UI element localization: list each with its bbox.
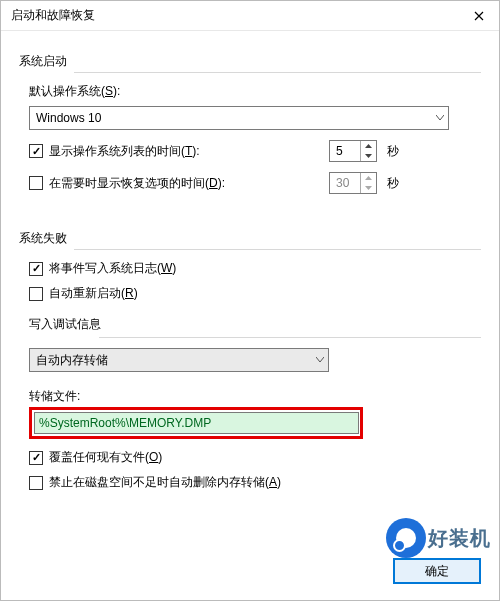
window-title: 启动和故障恢复 (11, 7, 95, 24)
auto-restart-checkbox[interactable] (29, 287, 43, 301)
show-recovery-spinner: 30 (329, 172, 377, 194)
write-event-checkbox[interactable] (29, 262, 43, 276)
write-event-label: 将事件写入系统日志(W) (49, 260, 176, 277)
show-os-list-value: 5 (330, 141, 360, 161)
watermark-text: 好装机 (428, 525, 491, 552)
overwrite-label: 覆盖任何现有文件(O) (49, 449, 162, 466)
watermark-logo-icon (386, 518, 426, 558)
debug-info-header: 写入调试信息 (29, 316, 481, 333)
dump-type-value: 自动内存转储 (36, 352, 108, 369)
spinner-up-icon[interactable] (361, 141, 376, 151)
show-recovery-label: 在需要时显示恢复选项的时间(D): (49, 175, 225, 192)
default-os-select[interactable]: Windows 10 (29, 106, 449, 130)
close-icon (474, 11, 484, 21)
show-recovery-checkbox[interactable] (29, 176, 43, 190)
system-failure-header: 系统失败 (19, 230, 481, 247)
default-os-label: 默认操作系统(S): (29, 83, 481, 100)
dump-file-value: %SystemRoot%\MEMORY.DMP (39, 416, 211, 430)
chevron-down-icon (316, 357, 324, 363)
disable-delete-checkbox[interactable] (29, 476, 43, 490)
default-os-value: Windows 10 (36, 111, 101, 125)
disable-delete-label: 禁止在磁盘空间不足时自动删除内存转储(A) (49, 474, 281, 491)
spinner-down-icon[interactable] (361, 151, 376, 161)
spinner-up-icon (361, 173, 376, 183)
show-os-list-label: 显示操作系统列表的时间(T): (49, 143, 200, 160)
system-startup-header: 系统启动 (19, 53, 481, 70)
watermark: 好装机 (386, 518, 491, 558)
dump-type-select[interactable]: 自动内存转储 (29, 348, 329, 372)
ok-button[interactable]: 确定 (393, 558, 481, 584)
chevron-down-icon (436, 115, 444, 121)
auto-restart-label: 自动重新启动(R) (49, 285, 138, 302)
seconds-unit: 秒 (387, 175, 399, 192)
overwrite-checkbox[interactable] (29, 451, 43, 465)
dump-file-label: 转储文件: (29, 388, 481, 405)
show-os-list-spinner[interactable]: 5 (329, 140, 377, 162)
dump-file-highlight: %SystemRoot%\MEMORY.DMP (29, 407, 363, 439)
show-os-list-checkbox[interactable] (29, 144, 43, 158)
close-button[interactable] (459, 1, 499, 31)
spinner-down-icon (361, 183, 376, 193)
seconds-unit: 秒 (387, 143, 399, 160)
ok-button-label: 确定 (425, 563, 449, 580)
dump-file-field[interactable]: %SystemRoot%\MEMORY.DMP (34, 412, 359, 434)
show-recovery-value: 30 (330, 173, 360, 193)
